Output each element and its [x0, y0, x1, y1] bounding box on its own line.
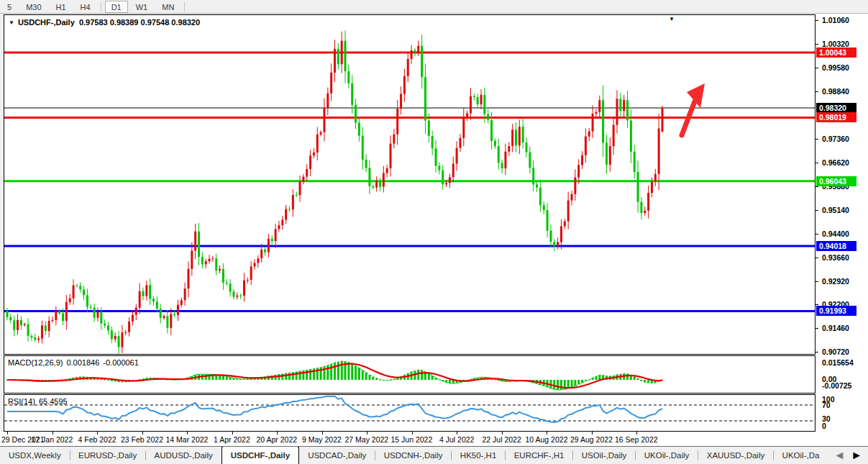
- chart-tab-bar: USDX,WeeklyEURUSD-,DailyAUDUSD-,DailyUSD…: [0, 446, 868, 464]
- tab-ukoil-daily[interactable]: UKOil-,Daily: [636, 447, 698, 464]
- date-tick-label: 22 Jul 2022: [483, 435, 521, 444]
- price-tick-label: 0.91460: [822, 324, 849, 332]
- date-tick-mark: [187, 432, 188, 435]
- price-tick-mark: [816, 91, 818, 92]
- price-badge-0-94018: 0.94018: [816, 241, 856, 251]
- tab-usdchf-daily[interactable]: USDCHF-,Daily: [221, 446, 299, 464]
- price-tick-label: 0.97360: [822, 135, 849, 143]
- date-tick-mark: [547, 432, 547, 435]
- price-tick-mark: [816, 163, 818, 163]
- price-badge-0-91993: 0.91993: [816, 306, 856, 316]
- macd-axis-label: -0.00725: [822, 381, 851, 390]
- date-tick-mark: [142, 432, 143, 435]
- date-tick-mark: [322, 432, 323, 435]
- price-tick-mark: [816, 258, 818, 258]
- main-chart-pane[interactable]: ▼USDCHF-,Daily 0.97583 0.98389 0.97548 0…: [4, 14, 816, 355]
- price-badge-0-98320: 0.98320: [816, 103, 856, 113]
- tab-usdcnh-daily[interactable]: USDCNH-,Daily: [375, 447, 452, 464]
- date-tick-mark: [277, 432, 278, 435]
- tab-scroll-right-icon[interactable]: ►: [851, 449, 862, 462]
- tab-audusd-daily[interactable]: AUDUSD-,Daily: [146, 447, 221, 464]
- date-tick-label: 20 Apr 2022: [257, 435, 298, 444]
- date-tick-label: 1 Apr 2022: [214, 435, 250, 444]
- tab-hk50-h1[interactable]: HK50-,H1: [452, 447, 506, 464]
- date-tick-label: 10 Aug 2022: [526, 435, 568, 444]
- timeframe-toolbar: 5M30H1H4D1W1MN: [0, 0, 868, 14]
- timeframe-button-d1[interactable]: D1: [105, 1, 128, 13]
- tab-scrollers: ◄►: [828, 447, 868, 464]
- price-tick-mark: [816, 352, 818, 352]
- date-tick-mark: [367, 432, 367, 435]
- timeframe-button-h4[interactable]: H4: [74, 1, 97, 13]
- price-tick-mark: [816, 44, 818, 45]
- price-tick-mark: [816, 234, 818, 235]
- price-tick-label: 1.00320: [822, 40, 849, 48]
- macd-label: MACD(12,26,9)0.001846-0.000061: [8, 358, 142, 367]
- date-tick-mark: [502, 432, 503, 435]
- timeframe-button-w1[interactable]: W1: [129, 1, 155, 13]
- price-tick-label: 0.94400: [822, 229, 849, 238]
- macd-main-value: 0.001846: [66, 358, 99, 367]
- rsi-axis-label: 70: [822, 401, 831, 409]
- date-tick-mark: [457, 432, 457, 435]
- date-tick-mark: [52, 432, 53, 435]
- toolbar-separator: [184, 1, 185, 12]
- price-tick-label: 0.99580: [822, 63, 849, 72]
- tab-xauusd-daily[interactable]: XAUUSD-,Daily: [698, 447, 774, 464]
- date-tick-mark: [412, 432, 413, 435]
- price-axis[interactable]: 1.010601.003200.995800.988400.973600.966…: [816, 14, 868, 446]
- rsi-axis-label: 0: [822, 422, 826, 430]
- date-tick-label: 16 Sep 2022: [615, 435, 658, 444]
- date-tick-label: 4 Jul 2022: [439, 435, 474, 444]
- date-axis[interactable]: 29 Dec 202117 Jan 20224 Feb 202223 Feb 2…: [0, 432, 868, 446]
- date-tick-mark: [636, 432, 637, 435]
- price-tick-mark: [816, 304, 818, 305]
- price-tick-mark: [816, 68, 818, 68]
- macd-signal-value: -0.000061: [103, 358, 139, 367]
- timeframe-button-m30[interactable]: M30: [19, 1, 47, 13]
- tab-ukoil-da[interactable]: UKOil-,Da: [774, 447, 828, 464]
- chart-title: ▼USDCHF-,Daily 0.97583 0.98389 0.97548 0…: [9, 18, 200, 27]
- tab-scroll-left-icon[interactable]: ◄: [833, 449, 845, 462]
- price-tick-mark: [816, 139, 818, 140]
- date-tick-label: 14 Mar 2022: [166, 435, 209, 444]
- rsi-line: [7, 396, 662, 422]
- tab-eurchf-h1[interactable]: EURCHF-,H1: [506, 447, 573, 464]
- rsi-value: 65.4595: [39, 397, 68, 406]
- tab-eurusd-daily[interactable]: EURUSD-,Daily: [70, 447, 145, 464]
- price-badge-0-98019: 0.98019: [816, 112, 856, 122]
- chart-symbol-label: USDCHF-,Daily: [18, 18, 75, 27]
- price-tick-mark: [816, 20, 818, 21]
- price-badge-1-00043: 1.00043: [816, 47, 856, 58]
- candlestick-series: [6, 30, 664, 353]
- price-tick-label: 0.90720: [822, 347, 849, 356]
- rsi-indicator-pane[interactable]: RSI(14)65.4595: [4, 394, 816, 432]
- price-tick-mark: [816, 186, 818, 187]
- date-tick-label: 17 Jan 2022: [32, 435, 73, 444]
- trend-arrow-annotation[interactable]: [682, 83, 705, 135]
- date-tick-mark: [232, 432, 233, 435]
- tab-usdx-weekly[interactable]: USDX,Weekly: [0, 447, 70, 464]
- date-tick-mark: [592, 432, 593, 435]
- timeframe-button-5[interactable]: 5: [1, 1, 18, 13]
- price-tick-label: 0.95140: [822, 206, 849, 214]
- date-tick-label: 23 Feb 2022: [121, 435, 163, 444]
- price-tick-mark: [816, 328, 818, 329]
- price-tick-label: 1.01060: [822, 16, 849, 24]
- tab-usoil-daily[interactable]: USOil-,Daily: [573, 447, 636, 464]
- toolbar-separator: [101, 1, 101, 12]
- price-badge-0-96043: 0.96043: [816, 176, 856, 186]
- price-tick-mark: [816, 210, 818, 211]
- timeframe-button-mn[interactable]: MN: [155, 1, 181, 13]
- chart-ohlc-values: 0.97583 0.98389 0.97548 0.98320: [79, 18, 200, 27]
- macd-indicator-pane[interactable]: MACD(12,26,9)0.001846-0.000061: [4, 355, 816, 394]
- rsi-label: RSI(14)65.4595: [8, 397, 71, 406]
- date-tick-label: 15 Jun 2022: [391, 435, 433, 444]
- price-tick-label: 0.92920: [822, 277, 849, 286]
- chart-shift-marker-icon[interactable]: ▼: [669, 16, 675, 22]
- date-tick-label: 29 Aug 2022: [570, 435, 613, 444]
- chart-dropdown-icon[interactable]: ▼: [9, 19, 14, 26]
- date-tick-label: 27 May 2022: [345, 435, 389, 444]
- timeframe-button-h1[interactable]: H1: [50, 1, 73, 13]
- tab-usdcad-daily[interactable]: USDCAD-,Daily: [299, 447, 375, 464]
